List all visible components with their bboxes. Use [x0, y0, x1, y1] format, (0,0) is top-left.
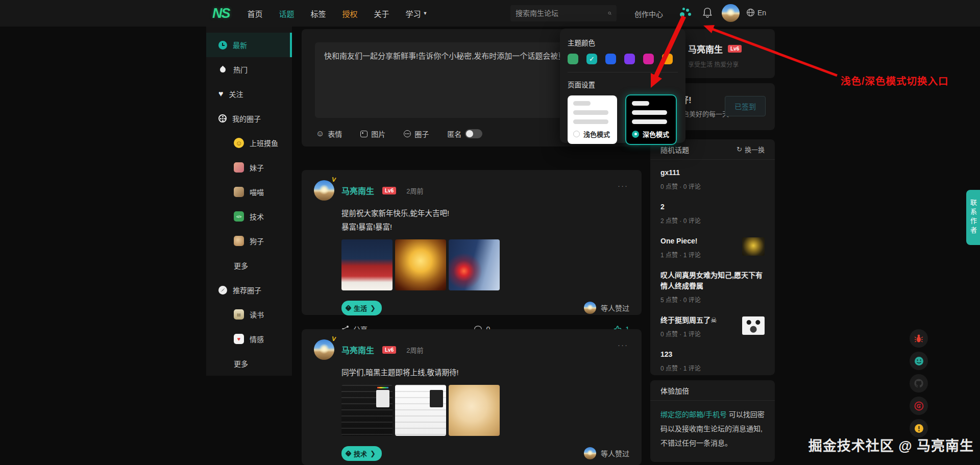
- gitee-icon: [914, 401, 924, 411]
- anonymous-toggle-group: 匿名: [447, 129, 482, 139]
- post-menu-icon[interactable]: ···: [618, 340, 628, 349]
- nav-about[interactable]: 关于: [368, 8, 396, 19]
- exclamation-icon: [914, 424, 924, 433]
- post-tag-pill[interactable]: 技术 ❯: [341, 446, 382, 461]
- circle-button[interactable]: 圈子: [404, 129, 429, 139]
- liked-by[interactable]: 等人赞过: [584, 302, 629, 314]
- tag-icon: [345, 305, 352, 311]
- post-image-doge[interactable]: [449, 385, 500, 436]
- topic-item[interactable]: One Piece! 1 点赞 · 1 评论: [660, 230, 765, 264]
- post-image-light-screenshot[interactable]: [395, 385, 446, 436]
- post-image-dark-screenshot[interactable]: [341, 385, 393, 436]
- notification-bell-icon[interactable]: [702, 7, 713, 20]
- user-avatar[interactable]: [722, 4, 740, 22]
- flame-drop-icon: [219, 65, 227, 74]
- warning-button[interactable]: [910, 419, 928, 437]
- nav-learn[interactable]: 学习 ▼: [399, 8, 434, 19]
- bind-card-title: 体验加倍: [660, 385, 689, 396]
- post-image-lantern-girl[interactable]: [449, 239, 500, 290]
- sidebar-circle-moyu[interactable]: ☺ 上班摸鱼: [206, 131, 292, 155]
- dark-mode-option-selected[interactable]: 深色模式: [626, 95, 676, 144]
- smiley-icon: [914, 356, 924, 366]
- sidebar-item-recommend-circles[interactable]: 推荐圈子: [206, 278, 292, 302]
- book-avatar: ▤: [234, 309, 244, 320]
- sidebar-item-hot[interactable]: 热门: [206, 57, 292, 82]
- post-image-snow-houses[interactable]: [341, 239, 393, 290]
- nav-topics[interactable]: 话题: [273, 8, 301, 19]
- topic-item[interactable]: gx111 0 点赞 · 0 评论: [660, 162, 765, 196]
- light-mode-option[interactable]: 浅色模式: [568, 95, 617, 144]
- language-label: En: [757, 9, 766, 17]
- chat-bubble-icon: [404, 130, 411, 137]
- bug-icon: [914, 334, 923, 343]
- search-box[interactable]: [510, 5, 617, 21]
- sidebar-more-my-circles[interactable]: 更多: [206, 253, 292, 278]
- sidebar-item-my-circles[interactable]: 我的圈子: [206, 106, 292, 131]
- post-tag-pill[interactable]: 生活 ❯: [341, 301, 382, 315]
- topic-item[interactable]: 叹人间真男女难为知己,愿天下有情人终成眷属 5 点赞 · 0 评论: [660, 264, 765, 309]
- topic-item[interactable]: 123 0 点赞 · 1 评论: [660, 344, 765, 378]
- bug-report-button[interactable]: [910, 329, 928, 348]
- liked-by[interactable]: 等人赞过: [584, 447, 629, 459]
- girl-avatar: [234, 162, 244, 173]
- post-author-name[interactable]: 马亮南生: [341, 344, 374, 356]
- post-author-avatar[interactable]: V: [314, 339, 334, 360]
- sidebar-circle-emotion[interactable]: ♥ 情感: [206, 327, 292, 351]
- divider: [568, 72, 678, 72]
- random-topics-title: 随机话题: [660, 144, 689, 155]
- post-menu-icon[interactable]: ···: [618, 181, 628, 190]
- signed-in-button[interactable]: 已签到: [725, 96, 766, 116]
- sidebar-circle-miao[interactable]: 喵喵: [206, 180, 292, 204]
- post-author-name[interactable]: 马亮南生: [341, 184, 374, 197]
- liker-avatar: [584, 447, 596, 459]
- topic-item[interactable]: 2 2 点赞 · 0 评论: [660, 196, 765, 230]
- bind-email-phone-link[interactable]: 绑定您的邮箱/手机号: [660, 410, 727, 419]
- cat-avatar: [234, 187, 244, 197]
- topic-item[interactable]: 终于挺到周五了☠ 0 点赞 · 1 评论: [660, 309, 765, 344]
- post-card: V 马亮南生 Lv6 2周前 ··· 同学们,暗黑主题即将上线,敬请期待! 技术…: [302, 329, 642, 465]
- profile-name[interactable]: 马亮南生: [688, 42, 723, 55]
- color-swatch-green[interactable]: [568, 54, 578, 64]
- anonymous-toggle[interactable]: [465, 129, 482, 138]
- nav-home[interactable]: 首页: [241, 8, 270, 19]
- github-button[interactable]: [910, 374, 928, 393]
- creator-center-link[interactable]: 创作中心: [634, 9, 663, 19]
- color-swatch-blue[interactable]: [605, 54, 616, 64]
- color-swatch-orange[interactable]: [662, 54, 673, 64]
- radio-checked-icon: [632, 131, 639, 138]
- smiley-avatar: ☺: [234, 138, 244, 148]
- nav-tags[interactable]: 标签: [304, 8, 333, 19]
- sidebar: 最新 热门 ♥ 关注 我的圈子 ☺ 上班摸鱼 妹子 喵喵 </> 技术 狗子 更…: [206, 27, 292, 376]
- color-swatch-purple[interactable]: [624, 54, 635, 64]
- color-swatch-magenta[interactable]: [643, 54, 654, 64]
- post-image-golden-tree[interactable]: [395, 239, 446, 290]
- level-badge: Lv6: [382, 346, 396, 354]
- heart-icon: ♥: [218, 90, 224, 98]
- color-swatch-teal-selected[interactable]: ✓: [586, 54, 597, 64]
- emoji-icon: ☺: [316, 130, 324, 138]
- image-button[interactable]: 图片: [360, 129, 385, 139]
- site-logo[interactable]: NS: [212, 6, 230, 21]
- gitee-button[interactable]: [910, 397, 928, 415]
- language-switcher[interactable]: En: [746, 8, 766, 17]
- post-author-avatar[interactable]: V: [314, 180, 334, 201]
- tag-icon: [345, 450, 352, 457]
- contact-author-tab[interactable]: 联系作者: [966, 190, 980, 245]
- sidebar-circle-tech[interactable]: </> 技术: [206, 204, 292, 229]
- theme-palette-icon[interactable]: [680, 8, 691, 19]
- sidebar-circle-reading[interactable]: ▤ 读书: [206, 302, 292, 327]
- emoji-button[interactable]: ☺ 表情: [316, 129, 342, 139]
- level-badge: Lv6: [728, 45, 742, 53]
- sidebar-item-following[interactable]: ♥ 关注: [206, 82, 292, 106]
- theme-settings-popup: 主题颜色 ✓ 页面设置 浅色模式 深色模式: [560, 29, 685, 143]
- refresh-topics-button[interactable]: ↻ 换一换: [737, 144, 765, 154]
- sidebar-more-recommend[interactable]: 更多: [206, 351, 292, 376]
- nav-license[interactable]: 授权: [336, 8, 364, 19]
- search-input[interactable]: [516, 9, 608, 17]
- annotation-text: 浅色/深色模式切换入口: [841, 73, 948, 88]
- sidebar-circle-meizi[interactable]: 妹子: [206, 155, 292, 180]
- sidebar-circle-dog[interactable]: 狗子: [206, 229, 292, 253]
- search-icon: [608, 9, 611, 17]
- qq-contact-button[interactable]: [910, 352, 928, 370]
- sidebar-item-latest[interactable]: 最新: [206, 33, 292, 57]
